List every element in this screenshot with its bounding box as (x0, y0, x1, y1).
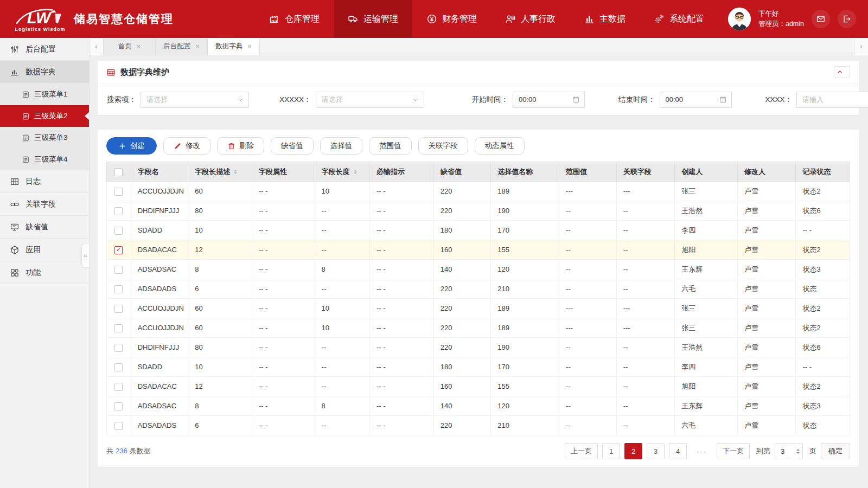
jump-suffix-label: 页 (809, 446, 816, 456)
row-checkbox[interactable] (114, 207, 123, 215)
page-button-2[interactable]: 2 (624, 443, 642, 459)
table-cell: 190 (491, 338, 559, 357)
sidebar-subitem-label: 三级菜单2 (34, 111, 68, 121)
sort-icon[interactable] (354, 168, 357, 176)
sort-icon[interactable] (234, 168, 237, 176)
sidebar-collapse-icon[interactable]: « (81, 243, 89, 268)
avatar[interactable] (728, 8, 751, 30)
tab-scroll-left-icon[interactable]: ‹ (90, 38, 104, 55)
table-cell: -- (559, 221, 617, 240)
page-title: 数据字典维护 (120, 67, 169, 78)
row-checkbox[interactable] (114, 363, 123, 371)
table-cell: DSADACAC (131, 377, 188, 396)
prev-page-button[interactable]: 上一页 (565, 443, 598, 459)
page-button-3[interactable]: 3 (647, 443, 665, 459)
column-header[interactable]: 字段长描述 (188, 162, 252, 182)
row-checkbox[interactable] (114, 383, 123, 391)
sidebar-item-data-dictionary[interactable]: 数据字典 (0, 61, 89, 84)
tab-2[interactable]: 后台配置× (156, 38, 208, 55)
column-label: 字段长描述 (195, 168, 230, 176)
sidebar-item-related-field[interactable]: 关联字段 (0, 193, 89, 216)
start-time-value[interactable] (519, 95, 572, 104)
xxxx-label: XXXX： (765, 95, 793, 105)
modify-button[interactable]: 修改 (163, 137, 210, 155)
page-button-4[interactable]: 4 (669, 443, 687, 459)
tab-close-icon[interactable]: × (195, 42, 200, 50)
create-button[interactable]: 创建 (106, 137, 157, 155)
stepper-icon[interactable] (796, 447, 800, 455)
page-jump-input[interactable]: 3 (775, 443, 803, 459)
sidebar-item-default-value[interactable]: 缺省值 (0, 216, 89, 239)
table-cell: -- - (370, 240, 434, 260)
xxxx-input[interactable] (796, 92, 868, 108)
sidebar-item-function[interactable]: 功能 (0, 261, 89, 284)
select-value-button[interactable]: 选择值 (320, 137, 363, 155)
sidebar-item-application[interactable]: 应用 (0, 239, 89, 261)
sidebar-subitem-4[interactable]: 三级菜单4 (0, 149, 89, 170)
table-cell: -- - (370, 338, 434, 357)
nav-item-masterdata[interactable]: 主数据 (570, 0, 640, 38)
table-cell: 状态3 (796, 260, 850, 279)
confirm-button[interactable]: 确定 (821, 443, 850, 459)
row-checkbox[interactable] (114, 188, 123, 196)
start-time-input[interactable] (513, 92, 585, 108)
panel-collapse-button[interactable] (834, 66, 850, 78)
tab-1[interactable]: 首页× (104, 38, 156, 55)
row-checkbox[interactable] (114, 402, 123, 410)
nav-item-truck[interactable]: 运输管理 (334, 0, 412, 38)
total-suffix: 条数据 (130, 447, 151, 455)
table-cell: 六毛 (675, 279, 738, 299)
table-cell: 卢雪 (737, 182, 796, 201)
row-checkbox[interactable] (114, 266, 123, 274)
default-value-button[interactable]: 缺省值 (271, 137, 314, 155)
table-row: ACCUOJJDJN60-- -10-- -220189------张三卢雪状态… (107, 318, 850, 338)
table-cell: 卢雪 (737, 357, 796, 377)
end-time-value[interactable] (666, 95, 719, 104)
xxxx-value[interactable] (802, 95, 867, 104)
row-checkbox[interactable] (114, 246, 123, 254)
page-ellipsis[interactable]: ··· (691, 443, 712, 459)
delete-button[interactable]: 删除 (217, 137, 264, 155)
sidebar-item-log[interactable]: 日志 (0, 170, 89, 193)
sidebar-subitem-1[interactable]: 三级菜单1 (0, 84, 89, 105)
xxxxx-select[interactable]: 请选择 (316, 92, 424, 108)
mail-button[interactable] (812, 10, 830, 28)
row-checkbox[interactable] (114, 227, 123, 235)
tab-3[interactable]: 数据字典× (208, 38, 260, 55)
tab-close-icon[interactable]: × (247, 42, 252, 50)
row-checkbox[interactable] (114, 324, 123, 332)
range-value-button[interactable]: 范围值 (369, 137, 412, 155)
row-checkbox[interactable] (114, 305, 123, 313)
dynamic-attr-button[interactable]: 动态属性 (475, 137, 525, 155)
truck-icon (348, 14, 359, 24)
row-checkbox[interactable] (114, 285, 123, 293)
sidebar-subitem-2[interactable]: 三级菜单2 (0, 105, 89, 127)
table-cell: 140 (433, 396, 491, 416)
nav-item-warehouse[interactable]: 仓库管理 (255, 0, 334, 38)
table-cell: -- - (370, 201, 434, 221)
nav-item-hr[interactable]: 人事行政 (491, 0, 570, 38)
sidebar-item-backend-config[interactable]: 后台配置 (0, 38, 89, 61)
column-header: 创建人 (675, 162, 738, 182)
sidebar-subitem-label: 三级菜单3 (34, 133, 68, 143)
next-page-button[interactable]: 下一页 (717, 443, 750, 459)
end-time-input[interactable] (660, 92, 732, 108)
tab-close-icon[interactable]: × (137, 42, 141, 50)
row-checkbox[interactable] (114, 422, 123, 430)
sidebar-subitem-3[interactable]: 三级菜单3 (0, 127, 89, 149)
nav-item-settings[interactable]: 系统配置 (640, 0, 718, 38)
row-select-cell (107, 240, 131, 260)
table-cell: -- (315, 416, 369, 435)
logout-button[interactable] (838, 10, 856, 28)
row-checkbox[interactable] (114, 344, 123, 352)
page-button-1[interactable]: 1 (602, 443, 620, 459)
search-item-select[interactable]: 请选择 (141, 92, 249, 108)
tab-scroll-right-icon[interactable]: › (854, 38, 868, 55)
nav-item-finance[interactable]: 财务管理 (412, 0, 491, 38)
table-cell: --- (559, 318, 617, 338)
select-all-checkbox[interactable] (114, 168, 123, 176)
table-cell: -- - (370, 318, 434, 338)
related-field-button[interactable]: 关联字段 (418, 137, 468, 155)
table-cell: -- - (370, 221, 434, 240)
column-header[interactable]: 字段长度 (315, 162, 369, 182)
